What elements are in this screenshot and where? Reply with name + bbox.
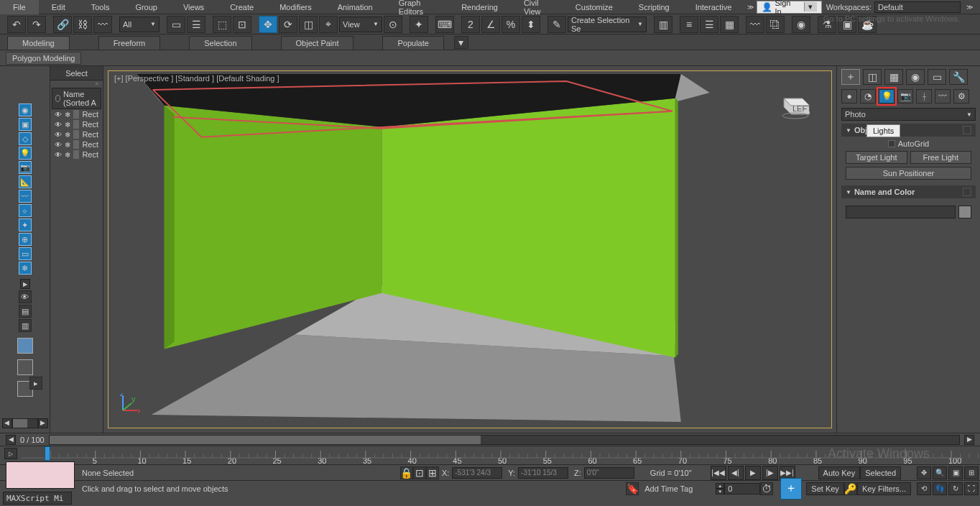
menu-overflow-arrow[interactable]: ≫ <box>744 4 757 11</box>
modify-tab[interactable]: ◫ <box>863 69 882 85</box>
object-type-rollout-header[interactable]: ▼Object Type <box>841 124 976 137</box>
display-tab[interactable]: ▭ <box>928 69 946 85</box>
layer-button[interactable]: ☰ <box>700 16 718 33</box>
key-mode-icon[interactable]: 🔑 <box>844 482 857 495</box>
menu-civil-view[interactable]: Civil View <box>511 0 563 14</box>
ribbon-button[interactable]: ▦ <box>720 16 739 33</box>
time-ruler[interactable]: ▷ 51015202530354045505560657075808590951… <box>0 446 980 464</box>
selection-lock-icon[interactable]: ⊞ <box>426 466 439 479</box>
window-crossing-button[interactable]: ⊡ <box>233 16 251 33</box>
display-light-icon[interactable]: 💡 <box>19 147 32 160</box>
undo-button[interactable]: ↶ <box>7 16 26 33</box>
auto-key-button[interactable]: Auto Key <box>818 466 861 479</box>
display-frozen-icon[interactable]: ❄ <box>19 262 32 275</box>
link-button[interactable]: 🔗 <box>53 16 72 33</box>
time-config-icon[interactable]: ⏱ <box>760 482 773 495</box>
display-container-icon[interactable]: ▭ <box>19 247 32 260</box>
set-key-button[interactable]: Set Key <box>806 482 844 495</box>
bind-spacewarp-button[interactable]: 〰 <box>93 16 112 33</box>
scene-item[interactable]: 👁❄Rect <box>50 109 103 119</box>
grey-box2-icon[interactable]: ▥ <box>19 319 32 332</box>
nav-walk-icon[interactable]: 👣 <box>933 482 947 495</box>
use-center-button[interactable]: ⊙ <box>384 16 402 33</box>
nav-fov-icon[interactable]: ▣ <box>948 466 963 479</box>
visibility-icon[interactable]: 👁 <box>55 141 62 149</box>
menu-file[interactable]: File <box>0 0 39 14</box>
next-frame-button[interactable]: |▶ <box>762 466 778 480</box>
active-swatch[interactable] <box>17 338 33 354</box>
ribbon-tab-modeling[interactable]: Modeling <box>7 36 70 50</box>
nav-zoom-icon[interactable]: 🔍 <box>933 466 947 479</box>
autogrid-checkbox[interactable]: AutoGrid <box>846 139 971 148</box>
set-key-big-button[interactable]: ＋ <box>780 478 802 500</box>
edit-selection-set-button[interactable]: ✎ <box>547 16 566 33</box>
isolate-icon[interactable]: ⊡ <box>413 466 426 479</box>
align-button[interactable]: ≡ <box>680 16 698 33</box>
left-play-icon[interactable]: ▶ <box>20 279 30 289</box>
menu-graph-editors[interactable]: Graph Editors <box>386 0 448 14</box>
nav-orbit-icon[interactable]: ⟲ <box>917 482 931 495</box>
systems-cat-icon[interactable]: ⚙ <box>953 89 969 104</box>
lock-icon[interactable]: 🔒 <box>400 466 413 479</box>
menu-scripting[interactable]: Scripting <box>626 0 683 14</box>
list-header[interactable]: Name (Sorted A <box>52 88 101 109</box>
menu-group[interactable]: Group <box>122 0 170 14</box>
prev-frame-button[interactable]: ◀| <box>728 466 744 480</box>
light-btn-sun-positioner[interactable]: Sun Positioner <box>846 167 971 180</box>
percent-snap-button[interactable]: % <box>501 16 520 33</box>
unlink-button[interactable]: ⛓ <box>73 16 92 33</box>
freeze-icon[interactable]: ❄ <box>65 131 70 139</box>
scale-button[interactable]: ◫ <box>299 16 318 33</box>
display-hidden-icon[interactable]: 👁 <box>19 290 32 303</box>
workspaces-dropdown[interactable] <box>874 1 961 13</box>
utilities-tab[interactable]: 🔧 <box>949 69 968 85</box>
scene-item[interactable]: 👁❄Rect <box>50 119 103 129</box>
select-object-button[interactable]: ▭ <box>167 16 185 33</box>
scene-item[interactable]: 👁❄Rect <box>50 139 103 150</box>
add-time-tag[interactable]: Add Time Tag <box>639 484 698 493</box>
mini-listener[interactable] <box>6 461 75 489</box>
display-bone-icon[interactable]: ⟐ <box>19 204 32 217</box>
named-selection-dropdown[interactable]: Create Selection Se▼ <box>568 17 647 32</box>
menu-rendering[interactable]: Rendering <box>448 0 511 14</box>
redo-button[interactable]: ↷ <box>27 16 46 33</box>
left-scrollbar[interactable]: ◀▶ <box>2 418 48 428</box>
material-editor-button[interactable]: ◉ <box>792 16 810 33</box>
rect-select-button[interactable]: ⬚ <box>213 16 231 33</box>
y-coord-input[interactable] <box>518 467 568 479</box>
frame-input[interactable] <box>724 483 760 494</box>
object-name-input[interactable] <box>846 206 956 218</box>
menu-create[interactable]: Create <box>217 0 267 14</box>
display-geom-icon[interactable]: ▣ <box>19 118 32 131</box>
spacewarps-cat-icon[interactable]: 〰 <box>935 89 951 104</box>
selected-dropdown[interactable]: Selected <box>860 466 901 479</box>
ribbon-tab-freeform[interactable]: Freeform <box>98 36 161 50</box>
nav-pan-icon[interactable]: ✥ <box>917 466 931 479</box>
time-tag-icon[interactable]: 🔖 <box>626 482 639 495</box>
display-shape-icon[interactable]: ◇ <box>19 132 32 145</box>
flyout-icon[interactable]: ▸ <box>29 377 42 390</box>
cameras-cat-icon[interactable]: 📷 <box>897 89 913 104</box>
select-collapse[interactable]: » <box>50 80 103 88</box>
display-xref-icon[interactable]: ⊕ <box>19 233 32 246</box>
select-name-button[interactable]: ☰ <box>187 16 205 33</box>
spinner-snap-button[interactable]: ⬍ <box>522 16 540 33</box>
viewport-label[interactable]: [+] [Perspective ] [Standard ] [Default … <box>114 74 279 83</box>
visibility-icon[interactable]: 👁 <box>55 131 62 139</box>
menu-customize[interactable]: Customize <box>563 0 626 14</box>
perspective-viewport[interactable]: [+] [Perspective ] [Standard ] [Default … <box>108 70 832 428</box>
helpers-cat-icon[interactable]: ⟊ <box>916 89 932 104</box>
dark-swatch-1[interactable] <box>17 359 33 375</box>
move-button[interactable]: ✥ <box>259 16 277 33</box>
freeze-icon[interactable]: ❄ <box>65 111 70 119</box>
x-coord-input[interactable] <box>452 467 502 479</box>
freeze-icon[interactable]: ❄ <box>65 121 70 129</box>
frame-spinner[interactable]: ▲▼ <box>716 483 724 494</box>
select-manipulate-button[interactable]: ✦ <box>410 16 428 33</box>
curve-editor-button[interactable]: 〰 <box>746 16 764 33</box>
nav-roll-icon[interactable]: ↻ <box>948 482 963 495</box>
viewcube[interactable]: LEFT <box>777 93 810 120</box>
display-particle-icon[interactable]: ✦ <box>19 218 32 231</box>
nav-max-icon[interactable]: ⛶ <box>964 482 979 495</box>
display-all-icon[interactable]: ◉ <box>19 104 32 116</box>
